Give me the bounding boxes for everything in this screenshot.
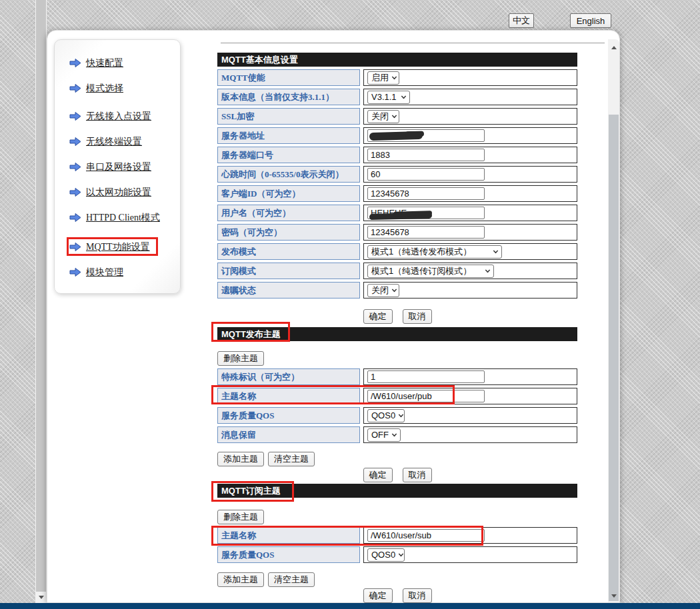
sidebar-item-httpd-client[interactable]: HTTPD Client模式	[69, 211, 173, 225]
password-input[interactable]	[367, 226, 485, 239]
basic-cancel-button[interactable]: 取消	[403, 309, 432, 324]
scroll-down-arrow-icon[interactable]	[35, 592, 47, 602]
sidebar-link[interactable]: 无线终端设置	[86, 136, 142, 148]
publish-qos-select[interactable]: QOS0	[367, 409, 405, 422]
chevron-down-icon	[392, 74, 397, 79]
chinese-language-button[interactable]: 中文	[509, 13, 534, 28]
table-row: 消息保留 OFF	[217, 426, 577, 443]
sidebar-link[interactable]: 以太网功能设置	[86, 187, 151, 199]
sidebar-item-quick-config[interactable]: 快速配置	[69, 56, 173, 70]
field-label: 主题名称	[217, 388, 360, 404]
sidebar-item-serial-network[interactable]: 串口及网络设置	[69, 160, 173, 174]
arrow-right-icon	[69, 111, 81, 121]
sidebar-link[interactable]: 无线接入点设置	[86, 111, 151, 123]
retain-select[interactable]: OFF	[367, 428, 401, 442]
sidebar-link[interactable]: 模块管理	[86, 267, 123, 279]
field-label: 客户端ID（可为空）	[217, 185, 360, 202]
top-divider	[221, 43, 605, 43]
field-label: 特殊标识（可为空）	[217, 368, 360, 385]
arrow-right-icon	[69, 267, 81, 277]
publish-ok-button[interactable]: 确定	[363, 468, 393, 482]
publish-mode-select[interactable]: 模式1（纯透传发布模式）	[367, 245, 502, 259]
content-scrollbar-thumb[interactable]	[609, 115, 619, 601]
sidebar-link[interactable]: 模式选择	[86, 83, 123, 95]
redaction-scribble	[405, 131, 424, 137]
field-label: 订阅模式	[217, 263, 360, 279]
sidebar-item-ethernet[interactable]: 以太网功能设置	[69, 185, 173, 199]
scroll-down-arrow-icon[interactable]	[608, 590, 619, 601]
table-row: 客户端ID（可为空）	[217, 185, 577, 202]
table-row: SSL加密 关闭	[217, 108, 577, 125]
arrow-right-icon	[69, 162, 81, 172]
sidebar-item-module-management[interactable]: 模块管理	[69, 265, 173, 279]
main-content: MQTT基本信息设置 MQTT使能 启用 版本信息（当前仅支持3.1.1） V3…	[217, 31, 609, 603]
sidebar: 快速配置 模式选择 无线接入点设置 无线终端设置 串口及网络设置 以太网功能设置…	[54, 39, 181, 294]
publish-cancel-button[interactable]: 取消	[403, 468, 432, 482]
publish-delete-topic-button[interactable]: 删除主题	[217, 351, 264, 366]
table-row: 服务质量QOS QOS0	[217, 546, 577, 563]
field-label: 遗嘱状态	[217, 282, 360, 299]
publish-section-header: MQTT发布主题	[217, 327, 577, 341]
footer-bar	[0, 603, 700, 609]
publish-topic-table: 特殊标识（可为空） 主题名称 服务质量QOS QOS0 消息保留	[217, 368, 577, 443]
basic-ok-button[interactable]: 确定	[363, 309, 393, 324]
subscribe-add-topic-button[interactable]: 添加主题	[217, 572, 264, 587]
table-row: 特殊标识（可为空）	[217, 368, 577, 385]
arrow-right-icon	[69, 213, 81, 223]
subscribe-topic-table: 主题名称 服务质量QOS QOS0	[217, 527, 577, 563]
heartbeat-input[interactable]	[367, 168, 485, 181]
field-label: 版本信息（当前仅支持3.1.1）	[217, 89, 360, 105]
field-label: 服务质量QOS	[217, 546, 360, 563]
content-scrollbar[interactable]	[608, 39, 619, 602]
subscribe-cancel-button[interactable]: 取消	[403, 588, 432, 603]
scroll-up-arrow-icon[interactable]	[608, 42, 619, 53]
arrow-right-icon	[69, 58, 81, 68]
sidebar-link[interactable]: HTTPD Client模式	[86, 212, 160, 224]
field-label: 服务质量QOS	[217, 407, 360, 424]
mqtt-enable-select[interactable]: 启用	[367, 71, 399, 85]
sidebar-link[interactable]: 串口及网络设置	[86, 161, 151, 173]
field-label: MQTT使能	[217, 69, 360, 86]
table-row: 密码（可为空）	[217, 224, 577, 241]
field-label: 主题名称	[217, 527, 360, 544]
will-state-select[interactable]: 关闭	[367, 284, 399, 297]
arrow-right-icon	[69, 137, 81, 147]
publish-clear-topic-button[interactable]: 清空主题	[268, 452, 315, 466]
left-scrollbar[interactable]	[35, 0, 47, 603]
special-id-input[interactable]	[367, 370, 485, 383]
sidebar-link[interactable]: 快速配置	[86, 57, 123, 69]
sidebar-item-wireless-terminal[interactable]: 无线终端设置	[69, 135, 173, 149]
client-id-input[interactable]	[367, 187, 485, 200]
left-scrollbar-thumb[interactable]	[36, 0, 46, 592]
chevron-down-icon	[392, 431, 397, 436]
chevron-down-icon	[399, 412, 403, 416]
sidebar-item-mode-select[interactable]: 模式选择	[69, 81, 173, 95]
publish-add-topic-button[interactable]: 添加主题	[217, 452, 264, 466]
subscribe-delete-topic-button[interactable]: 删除主题	[217, 510, 264, 524]
table-row: 心跳时间（0-65535/0表示关闭）	[217, 166, 577, 183]
field-label: 用户名（可为空）	[217, 205, 360, 221]
ssl-select[interactable]: 关闭	[367, 110, 399, 123]
sidebar-link[interactable]: MQTT功能设置	[86, 241, 150, 253]
field-label: SSL加密	[217, 108, 360, 125]
publish-topic-input[interactable]	[367, 390, 485, 402]
basic-settings-table: MQTT使能 启用 版本信息（当前仅支持3.1.1） V3.1.1 SSL加密 …	[217, 69, 577, 299]
sidebar-item-mqtt-settings[interactable]: MQTT功能设置	[69, 240, 173, 254]
sidebar-item-wireless-ap[interactable]: 无线接入点设置	[69, 109, 173, 123]
arrow-right-icon	[69, 83, 81, 93]
subscribe-ok-button[interactable]: 确定	[363, 588, 393, 603]
field-label: 心跳时间（0-65535/0表示关闭）	[217, 166, 360, 183]
server-port-input[interactable]	[367, 149, 485, 161]
subscribe-mode-select[interactable]: 模式1（纯透传订阅模式）	[367, 265, 494, 278]
version-select[interactable]: V3.1.1	[367, 91, 410, 104]
english-language-button[interactable]: English	[570, 13, 611, 28]
field-label: 发布模式	[217, 243, 360, 260]
table-row: 版本信息（当前仅支持3.1.1） V3.1.1	[217, 89, 577, 105]
chevron-down-icon	[399, 551, 403, 556]
table-row: 服务器端口号	[217, 147, 577, 163]
subscribe-topic-input[interactable]	[367, 529, 485, 542]
subscribe-clear-topic-button[interactable]: 清空主题	[268, 572, 315, 587]
chevron-down-icon	[392, 113, 397, 117]
table-row: 主题名称	[217, 527, 577, 544]
subscribe-qos-select[interactable]: QOS0	[367, 548, 405, 562]
